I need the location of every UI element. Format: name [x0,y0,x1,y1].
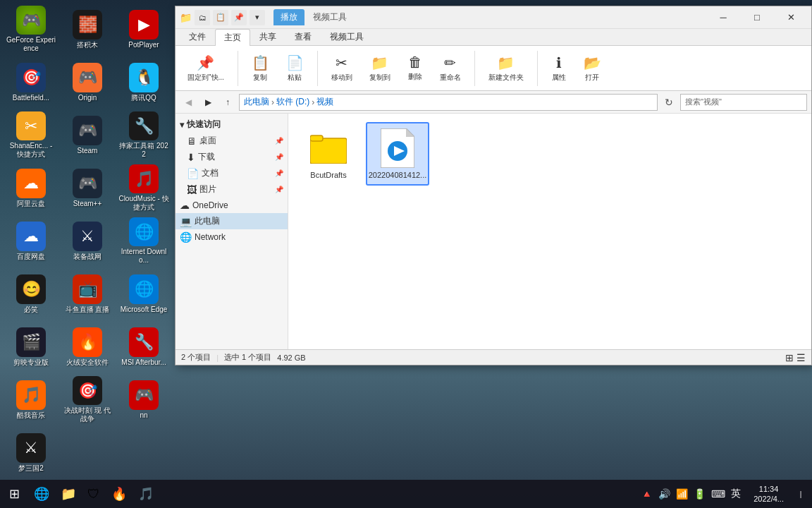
icon-img-bf: 🎯 [16,63,46,92]
minimize-button[interactable]: ─ [707,6,739,29]
desktop-icon-nn[interactable]: 🎮nn [116,373,172,426]
icon-img-shanenc: ✂ [16,111,46,140]
desktop-icon-meiying[interactable]: 🎬剪映专业版 [3,320,59,373]
nav-pics-pin[interactable]: 📌 [275,186,283,193]
desktop-icon-bixiao[interactable]: 😊必笑 [3,267,59,320]
nav-download[interactable]: ⬇ 下载 📌 [176,149,288,165]
nav-desktop-pin[interactable]: 📌 [275,137,283,145]
desktop-icon-steam2[interactable]: 🎮Steam++ [59,162,116,214]
back-button[interactable]: ◀ [180,94,197,111]
tray-lang[interactable]: 英 [730,488,742,500]
nav-onedrive[interactable]: ☁ OneDrive [176,198,288,213]
desktop-icon-huo[interactable]: 🔥火绒安全软件 [59,320,116,373]
file-name-bcutdrafts: BcutDrafts [310,171,346,179]
icon-img-nn: 🎮 [129,380,159,410]
maximize-button[interactable]: □ [741,6,773,29]
nav-docs-label: 文档 [202,167,272,179]
file-item-video[interactable]: 202204081412... [366,122,429,186]
copy-btn[interactable]: 📋 复制 [245,51,276,86]
icon-label-geforce: GeForce Experience [6,36,56,53]
tab-file[interactable]: 文件 [180,28,215,45]
quick-access-btn-1[interactable]: 🗂 [195,10,210,25]
close-button[interactable]: ✕ [775,6,807,29]
desktop-icon-ali[interactable]: ☁阿里云盘 [3,162,59,214]
nav-docs[interactable]: 📄 文档 📌 [176,165,288,181]
tray-battery[interactable]: 🔋 [692,488,707,500]
tray-arrow[interactable]: 🔺 [639,488,654,500]
nav-docs-pin[interactable]: 📌 [275,169,283,177]
properties-btn[interactable]: ℹ 属性 [545,51,573,86]
desktop-icon-daji[interactable]: 🧱搭积木 [59,3,116,56]
refresh-button[interactable]: ↻ [660,94,677,111]
copyto-btn[interactable]: 📁 复制到 [363,51,397,86]
video-tools-tab-title[interactable]: 视频工具 [306,9,354,25]
breadcrumb-d[interactable]: 软件 (D:) [276,96,309,108]
view-list-btn[interactable]: ☰ [796,352,806,363]
file-item-bcutdrafts[interactable]: BcutDrafts [297,122,360,186]
desktop-icon-bf[interactable]: 🎯Battlefield... [3,56,59,109]
pin-to-quick[interactable]: 📌 固定到"快... [181,51,230,86]
icon-img-origin: 🎮 [73,63,102,92]
tab-home[interactable]: 主页 [215,29,250,46]
nav-network[interactable]: 🌐 Network [176,229,288,245]
up-button[interactable]: ↑ [219,94,236,111]
quick-access-btn-2[interactable]: 📋 [213,10,228,25]
taskbar-shield[interactable]: 🛡 [82,480,106,508]
search-bar[interactable]: 搜索"视频" [680,94,807,111]
tray-volume[interactable]: 🔊 [657,488,672,500]
taskbar-fire[interactable]: 🔥 [106,480,133,508]
show-desktop-btn[interactable]: | [789,480,812,508]
breadcrumb-thispc[interactable]: 此电脑 [244,96,269,108]
separator-2 [317,51,318,86]
taskbar-clock[interactable]: 11:34 2022/4... [748,484,789,504]
desktop-icon-shanenc[interactable]: ✂ShanaEnc... - 快捷方式 [3,109,59,162]
start-button[interactable]: ⊞ [0,480,28,508]
nav-quick-access[interactable]: ▾ 快速访问 [176,116,288,133]
view-icons-btn[interactable]: ⊞ [785,352,794,363]
desktop-icon-mw[interactable]: 🎯决战时刻 现 代战争 [59,373,116,426]
icon-img-huo: 🔥 [73,327,102,357]
desktop-icon-steam[interactable]: 🎮Steam [59,109,116,162]
desktop-icon-qq[interactable]: 🐧腾讯QQ [116,56,172,109]
newfolder-btn[interactable]: 📁 新建文件夹 [482,51,530,86]
nav-pics[interactable]: 🖼 图片 📌 [176,181,288,198]
taskbar: ⊞ 🌐 📁 🛡 🔥 🎵 🔺 🔊 📶 🔋 ⌨ 英 11:34 2022/4... … [0,480,812,508]
desktop-icon-live[interactable]: 📺斗鱼直播 直播 [59,267,116,320]
quick-access-dropdown[interactable]: ▾ [250,10,265,25]
tray-keyboard[interactable]: ⌨ [710,488,727,500]
ribbon-tabs: 文件 主页 共享 查看 视频工具 [176,29,811,46]
tab-videotool[interactable]: 视频工具 [321,28,373,45]
icon-label-edge: Microsoft Edge [121,306,168,314]
desktop-icon-lol[interactable]: ⚔装备战网 [59,214,116,267]
nav-thispc[interactable]: 💻 此电脑 [176,213,288,229]
desktop-icon-cloudmusic[interactable]: 🎵CloudMusic - 快捷方式 [116,162,172,214]
desktop-icon-kuwo[interactable]: 🎵酷我音乐 [3,373,59,426]
move-btn[interactable]: ✂ 移动到 [325,51,359,86]
tab-share[interactable]: 共享 [250,28,285,45]
desktop-icon-geforce[interactable]: 🎮GeForce Experience [3,3,59,56]
desktop-icon-msi[interactable]: 🔧MSI Afterbur... [116,320,172,373]
desktop-icon-internet[interactable]: 🌐Internet Downlo... [116,214,172,267]
playing-tab[interactable]: 播放 [273,9,304,25]
tab-view[interactable]: 查看 [285,28,321,45]
breadcrumb-video[interactable]: 视频 [316,96,333,108]
rename-btn[interactable]: ✏ 重命名 [433,51,467,86]
forward-button[interactable]: ▶ [199,94,216,111]
desktop-icon-potplayer[interactable]: ▶PotPlayer [116,3,172,56]
taskbar-edge[interactable]: 🌐 [28,480,55,508]
tray-network[interactable]: 📶 [675,488,689,500]
taskbar-explorer[interactable]: 📁 [55,480,82,508]
open-btn[interactable]: 📂 打开 [577,51,608,86]
paste-btn[interactable]: 📄 粘贴 [280,51,310,86]
nav-download-pin[interactable]: 📌 [275,153,283,161]
delete-btn[interactable]: 🗑 删除 [401,51,429,85]
breadcrumb[interactable]: 此电脑 › 软件 (D:) › 视频 [239,94,658,111]
taskbar-music[interactable]: 🎵 [133,480,159,508]
desktop-icon-wangba[interactable]: 🔧摔家工具箱 2022 [116,109,172,162]
desktop-icon-baidupan[interactable]: ☁百度网盘 [3,214,59,267]
desktop-icon-origin[interactable]: 🎮Origin [59,56,116,109]
desktop-icon-mengsan[interactable]: ⚔梦三国2 [3,426,59,479]
quick-access-btn-3[interactable]: 📌 [231,10,247,25]
nav-desktop[interactable]: 🖥 桌面 📌 [176,133,288,149]
desktop-icon-edge[interactable]: 🌐Microsoft Edge [116,267,172,320]
